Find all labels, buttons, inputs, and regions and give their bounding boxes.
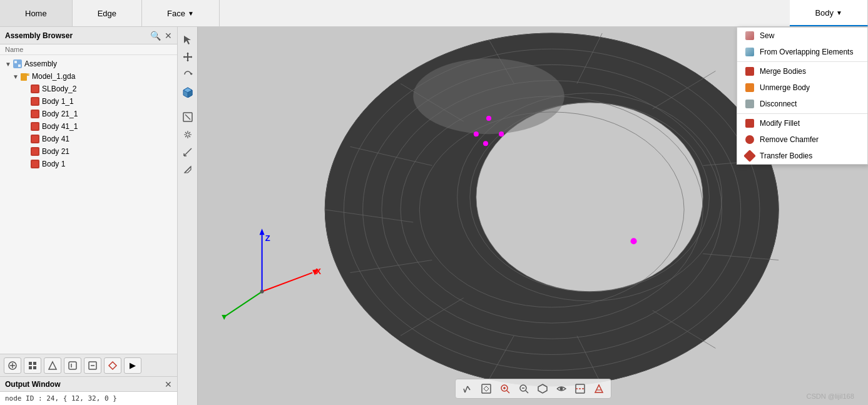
svg-marker-39	[191, 56, 192, 58]
svg-line-101	[526, 391, 528, 393]
svg-marker-32	[109, 362, 116, 369]
vp-view-cube-tool[interactable]	[534, 381, 551, 396]
tree-item-body11[interactable]: Body 1_1	[0, 95, 177, 108]
vp-eye-tool[interactable]	[553, 381, 569, 396]
measure-tool[interactable]	[180, 145, 195, 160]
assembly-icon	[13, 59, 23, 69]
cube-view-tool[interactable]	[180, 85, 195, 100]
tree-item-body1[interactable]: Body 1	[0, 158, 177, 170]
svg-point-104	[559, 387, 563, 391]
svg-marker-27	[49, 362, 56, 369]
svg-line-45	[185, 115, 190, 120]
divider-2	[737, 113, 867, 114]
dropdown-modify-fillet[interactable]: Modify Fillet	[737, 115, 867, 131]
dropdown-unmerge-body[interactable]: Unmerge Body	[737, 79, 867, 96]
tree-item-body41[interactable]: Body 41	[0, 133, 177, 145]
vp-zoom-out-tool[interactable]	[516, 381, 532, 396]
overlap-icon	[745, 47, 755, 57]
dropdown-merge-bodies[interactable]: Merge Bodies	[737, 63, 867, 79]
tree-label-body1: Body 1	[42, 160, 65, 168]
output-window: Output Window ✕ node ID : 24, { 12, 32, …	[0, 376, 177, 405]
output-window-content: node ID : 24, { 12, 32, 0 }	[0, 392, 177, 405]
tree-item-body411[interactable]: Body 41_1	[0, 120, 177, 133]
svg-marker-95	[484, 386, 489, 391]
svg-rect-11	[32, 111, 38, 117]
fillet-icon	[745, 118, 755, 128]
svg-rect-5	[27, 73, 29, 76]
toolbar-btn-4[interactable]	[64, 357, 81, 374]
vp-zoom-fit-tool[interactable]	[478, 381, 494, 396]
assembly-tree[interactable]: ▼ Assembly ▼	[0, 55, 177, 354]
tree-item-assembly[interactable]: ▼ Assembly	[0, 58, 177, 70]
tree-expand-assembly[interactable]: ▼	[5, 61, 13, 68]
svg-text:X: X	[315, 267, 321, 276]
move-tool[interactable]	[180, 49, 195, 64]
svg-rect-25	[29, 366, 32, 369]
unmerge-icon	[745, 83, 755, 93]
rotate-tool[interactable]	[180, 67, 195, 82]
dropdown-remove-chamfer[interactable]: Remove Chamfer	[737, 131, 867, 148]
svg-rect-26	[33, 366, 36, 369]
vp-section-tool[interactable]	[572, 381, 588, 396]
tree-item-body21[interactable]: Body 21	[0, 145, 177, 158]
search-icon[interactable]: 🔍	[150, 31, 161, 41]
merge-icon	[745, 66, 755, 76]
svg-point-76	[413, 58, 564, 134]
menu-body[interactable]: Body ▼	[790, 0, 868, 26]
tree-item-slbody2[interactable]: SLBody_2	[0, 83, 177, 95]
output-window-header: Output Window ✕	[0, 377, 177, 392]
svg-point-79	[474, 131, 479, 136]
toolbar-btn-expand[interactable]: ▶	[124, 357, 141, 374]
body21-icon	[30, 146, 40, 156]
tree-item-body211[interactable]: Body 21_1	[0, 108, 177, 120]
divider-1	[737, 61, 867, 62]
tree-label-body21: Body 21	[42, 147, 69, 156]
svg-marker-36	[186, 53, 189, 54]
menu-edge[interactable]: Edge	[73, 0, 142, 26]
vp-select-box-tool[interactable]	[459, 381, 476, 396]
close-panel-icon[interactable]: ✕	[165, 31, 172, 41]
svg-rect-1	[14, 61, 17, 63]
svg-line-92	[465, 386, 467, 392]
svg-marker-38	[183, 56, 185, 58]
tree-expand-model[interactable]: ▼	[13, 73, 20, 80]
toolbar-btn-6[interactable]	[104, 357, 121, 374]
section-tool[interactable]	[180, 162, 195, 177]
svg-point-90	[260, 290, 264, 294]
toolbar-btn-5[interactable]	[84, 357, 101, 374]
sew-icon	[745, 31, 755, 41]
select-tool[interactable]	[180, 32, 195, 47]
svg-marker-40	[191, 73, 193, 75]
svg-rect-9	[32, 98, 38, 105]
disconnect-icon	[745, 99, 755, 109]
vp-zoom-in-tool[interactable]	[497, 381, 513, 396]
output-window-title: Output Window	[5, 380, 61, 389]
slbody2-icon	[30, 84, 40, 94]
svg-rect-2	[18, 64, 21, 67]
zoom-fit-tool[interactable]	[180, 110, 195, 125]
body41-icon	[30, 134, 40, 144]
menu-home[interactable]: Home	[0, 0, 73, 26]
svg-rect-24	[33, 362, 36, 365]
svg-rect-3	[21, 73, 27, 81]
menu-face[interactable]: Face ▼	[142, 0, 220, 26]
dropdown-sew[interactable]: Sew	[737, 28, 867, 44]
svg-marker-37	[186, 60, 189, 61]
toolbar-btn-2[interactable]	[24, 357, 41, 374]
pan-tool[interactable]	[180, 127, 195, 142]
svg-text:Z: Z	[265, 233, 270, 243]
dropdown-disconnect[interactable]: Disconnect	[737, 96, 867, 112]
body211-icon	[30, 109, 40, 119]
tree-label-body41: Body 41	[42, 135, 69, 143]
tree-item-model[interactable]: ▼ Model_1.gda	[0, 70, 177, 83]
toolbar-btn-3[interactable]	[44, 357, 61, 374]
dropdown-transfer-bodies[interactable]: Transfer Bodies	[737, 148, 867, 164]
watermark-text: CSDN @lijil168	[806, 392, 854, 400]
output-close-icon[interactable]: ✕	[165, 379, 172, 389]
tree-label-body211: Body 21_1	[42, 110, 78, 118]
svg-marker-33	[184, 36, 191, 44]
toolbar-btn-1[interactable]	[4, 357, 21, 374]
vp-render-tool[interactable]	[591, 381, 607, 396]
dropdown-from-overlapping[interactable]: From Overlapping Elements	[737, 44, 867, 60]
svg-marker-107	[595, 385, 603, 392]
